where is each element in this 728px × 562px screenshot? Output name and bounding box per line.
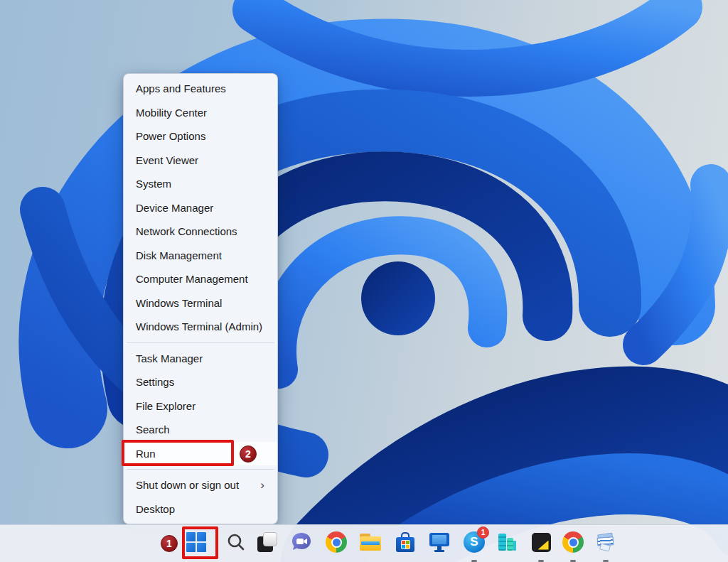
bloom-wallpaper bbox=[0, 0, 728, 562]
menu-item-power-options[interactable]: Power Options bbox=[124, 124, 277, 148]
menu-item-label: Mobility Center bbox=[136, 107, 207, 119]
taskbar: S 1 bbox=[0, 524, 728, 562]
menu-item-label: Power Options bbox=[136, 130, 205, 142]
desktop-screen: Apps and Features Mobility Center Power … bbox=[0, 0, 728, 562]
search-icon bbox=[225, 531, 247, 553]
skype-notification-badge: 1 bbox=[477, 526, 489, 539]
menu-item-event-viewer[interactable]: Event Viewer bbox=[124, 148, 277, 173]
menu-item-label: Apps and Features bbox=[136, 82, 226, 94]
server-app-button[interactable] bbox=[494, 531, 520, 562]
menu-item-label: Settings bbox=[136, 376, 174, 388]
menu-item-label: Network Connections bbox=[136, 225, 237, 237]
search-button[interactable] bbox=[223, 531, 249, 562]
menu-item-network-connections[interactable]: Network Connections bbox=[124, 220, 277, 244]
menu-item-device-manager[interactable]: Device Manager bbox=[124, 196, 277, 220]
menu-item-desktop[interactable]: Desktop bbox=[124, 497, 277, 522]
menu-item-label: System bbox=[136, 178, 171, 190]
menu-separator bbox=[127, 342, 274, 343]
server-stack-icon bbox=[496, 531, 518, 553]
chat-camera-icon bbox=[290, 531, 313, 553]
skype-button[interactable]: S 1 bbox=[461, 531, 487, 562]
menu-item-disk-management[interactable]: Disk Management bbox=[124, 244, 277, 268]
step-1-badge: 1 bbox=[161, 535, 178, 552]
task-view-icon bbox=[256, 531, 279, 553]
menu-item-label: Task Manager bbox=[136, 352, 203, 364]
dark-note-app-button[interactable] bbox=[528, 531, 554, 562]
menu-item-windows-terminal-admin[interactable]: Windows Terminal (Admin) bbox=[124, 315, 277, 339]
step-2-badge: 2 bbox=[240, 445, 257, 463]
monitor-app-button[interactable] bbox=[427, 531, 452, 562]
menu-item-label: Windows Terminal bbox=[136, 297, 222, 309]
file-explorer-button[interactable] bbox=[358, 531, 383, 562]
store-bag-icon bbox=[394, 531, 417, 553]
menu-item-shut-down-or-sign-out[interactable]: Shut down or sign out › bbox=[124, 473, 277, 497]
menu-item-computer-management[interactable]: Computer Management bbox=[124, 267, 277, 291]
run-highlight-box bbox=[122, 440, 234, 466]
menu-item-label: Desktop bbox=[136, 503, 175, 515]
dark-yellow-fold-icon bbox=[530, 531, 552, 553]
chrome-icon bbox=[562, 531, 584, 553]
menu-item-label: Windows Terminal (Admin) bbox=[136, 320, 262, 333]
menu-item-windows-terminal[interactable]: Windows Terminal bbox=[124, 291, 277, 315]
menu-item-label: Computer Management bbox=[136, 273, 248, 285]
menu-item-task-manager[interactable]: Task Manager bbox=[124, 347, 277, 371]
menu-item-label: Device Manager bbox=[136, 202, 213, 214]
monitor-icon bbox=[428, 531, 451, 553]
chrome-2-button[interactable] bbox=[560, 531, 586, 562]
menu-separator bbox=[127, 469, 274, 470]
documents-app-button[interactable] bbox=[593, 531, 619, 562]
menu-item-mobility-center[interactable]: Mobility Center bbox=[124, 101, 277, 125]
chrome-icon bbox=[325, 531, 348, 553]
skype-icon: S 1 bbox=[463, 531, 486, 553]
chrome-button[interactable] bbox=[323, 531, 349, 562]
chat-button[interactable] bbox=[289, 531, 314, 562]
skype-letter: S bbox=[470, 535, 478, 549]
submenu-chevron-icon: › bbox=[260, 479, 264, 491]
menu-item-search[interactable]: Search bbox=[124, 418, 277, 442]
menu-item-label: Shut down or sign out bbox=[136, 479, 239, 491]
menu-item-label: Event Viewer bbox=[136, 154, 198, 166]
menu-item-label: Search bbox=[136, 423, 170, 436]
menu-item-settings[interactable]: Settings bbox=[124, 370, 277, 394]
menu-item-label: Disk Management bbox=[136, 249, 222, 261]
menu-item-apps-and-features[interactable]: Apps and Features bbox=[124, 77, 277, 101]
task-view-button[interactable] bbox=[255, 531, 280, 562]
document-stack-icon bbox=[594, 531, 617, 553]
store-button[interactable] bbox=[392, 531, 418, 562]
folder-icon bbox=[359, 531, 382, 553]
menu-item-file-explorer[interactable]: File Explorer bbox=[124, 394, 277, 418]
start-highlight-box bbox=[182, 526, 218, 559]
menu-item-system[interactable]: System bbox=[124, 172, 277, 196]
menu-item-label: File Explorer bbox=[136, 400, 196, 412]
